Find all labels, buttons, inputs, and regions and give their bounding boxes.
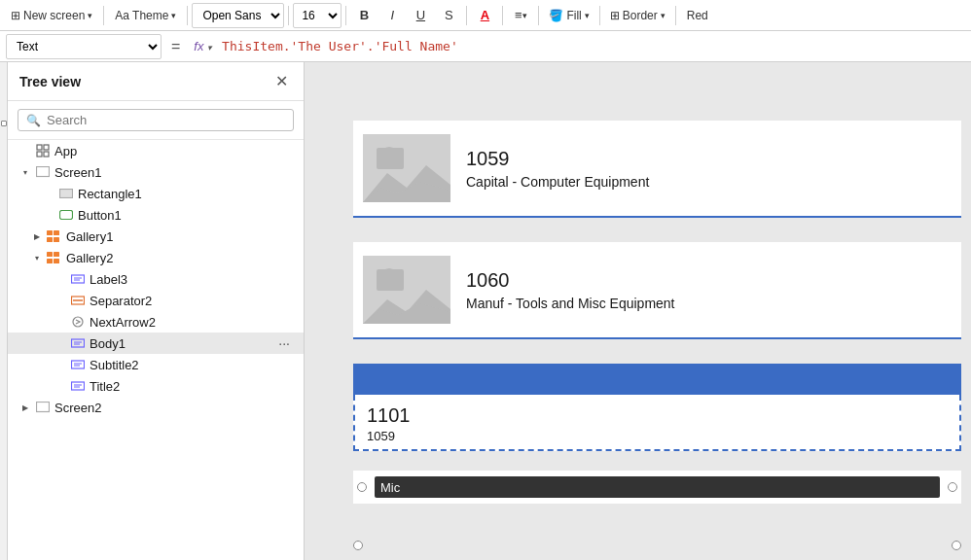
font-size-select[interactable]: 16 <box>293 3 342 28</box>
bottom-left-handle[interactable] <box>353 541 363 550</box>
gallery-item-1[interactable]: 1059 Capital - Computer Equipment <box>353 121 961 218</box>
theme-chevron-icon: ▾ <box>171 11 176 20</box>
svg-rect-14 <box>54 259 59 263</box>
gallery1-label: Gallery1 <box>66 229 292 244</box>
label3-label: Label3 <box>90 272 292 287</box>
new-screen-button[interactable]: ⊞ New screen ▾ <box>4 2 99 29</box>
fill-icon: 🪣 <box>549 9 563 22</box>
text-format-group: B I U S <box>350 3 462 28</box>
body1-menu-icon[interactable]: ··· <box>276 335 292 351</box>
tree-close-button[interactable]: ✕ <box>271 70 292 92</box>
gallery-text-2: 1060 Manuf - Tools and Misc Equipment <box>466 269 675 311</box>
tree-item-subtitle2[interactable]: Subtitle2 <box>8 354 304 375</box>
gallery-focused-item[interactable]: 1101 1059 <box>353 395 961 451</box>
underline-button[interactable]: U <box>407 3 434 28</box>
tree-view-panel: Tree view ✕ 🔍 App ▾ <box>8 62 305 560</box>
tree-header: Tree view ✕ <box>8 62 304 101</box>
text-input-field[interactable]: Mic <box>375 476 940 498</box>
separator-1 <box>103 6 104 25</box>
right-handle[interactable] <box>948 482 957 492</box>
gallery-desc-1: Capital - Computer Equipment <box>466 174 649 190</box>
main-toolbar: ⊞ New screen ▾ Aa Theme ▾ Open Sans 16 B… <box>0 0 971 31</box>
font-color-button[interactable]: A <box>471 3 498 28</box>
svg-rect-4 <box>37 167 50 177</box>
tree-item-body1[interactable]: Body1 ··· <box>8 332 304 354</box>
svg-rect-2 <box>37 152 42 157</box>
separator-8 <box>599 6 600 25</box>
expand-arrow-gallery2: ▾ <box>31 252 43 263</box>
svg-rect-11 <box>47 252 53 257</box>
expand-arrow-body1 <box>54 337 66 349</box>
expand-arrow-sub2 <box>54 359 66 370</box>
tree-item-nextarrow2[interactable]: NextArrow2 <box>8 311 304 332</box>
expand-arrow-next2 <box>54 316 66 328</box>
italic-button[interactable]: I <box>378 3 406 28</box>
tree-item-separator2[interactable]: Separator2 <box>8 290 304 311</box>
strikethrough-button[interactable]: S <box>435 3 462 28</box>
rectangle1-label: Rectangle1 <box>78 187 292 201</box>
resize-handle-row <box>353 541 961 550</box>
formula-input[interactable] <box>222 39 965 53</box>
svg-rect-24 <box>72 361 85 368</box>
body1-label: Body1 <box>90 336 272 351</box>
subtitle2-label: Subtitle2 <box>90 358 292 372</box>
svg-rect-30 <box>37 402 50 412</box>
edge-toggle-button[interactable] <box>1 121 7 126</box>
border-label: Border <box>623 9 658 22</box>
tree-item-screen1[interactable]: ▾ Screen1 <box>8 161 304 183</box>
tree-item-gallery2[interactable]: ▾ Gallery2 <box>8 247 304 268</box>
title2-icon <box>70 378 86 394</box>
gallery-selected-bar <box>353 364 961 395</box>
bottom-right-handle[interactable] <box>952 541 961 550</box>
expand-arrow-screen1: ▾ <box>19 166 31 178</box>
tree-item-gallery1[interactable]: ▶ Gallery1 <box>8 226 304 247</box>
left-handle[interactable] <box>357 482 367 492</box>
canvas-area: 1059 Capital - Computer Equipment 1060 M… <box>305 62 971 560</box>
align-button[interactable]: ≡ ▾ <box>507 3 534 28</box>
svg-point-32 <box>380 147 398 164</box>
bold-button[interactable]: B <box>350 3 378 28</box>
tree-item-screen2[interactable]: ▶ Screen2 <box>8 397 304 418</box>
body1-icon <box>70 335 86 351</box>
tree-content: App ▾ Screen1 Rectangle1 <box>8 140 304 560</box>
fill-chevron-icon: ▾ <box>585 11 590 20</box>
equals-symbol: = <box>167 38 184 55</box>
tree-item-title2[interactable]: Title2 <box>8 375 304 397</box>
gallery2-label: Gallery2 <box>66 251 292 265</box>
border-button[interactable]: ⊞ Border ▾ <box>604 2 671 29</box>
theme-button[interactable]: Aa Theme ▾ <box>108 2 183 29</box>
tree-item-rectangle1[interactable]: Rectangle1 <box>8 183 304 204</box>
property-type-select[interactable]: Text <box>6 34 162 59</box>
tree-item-button1[interactable]: Button1 <box>8 204 304 226</box>
gallery2-icon <box>47 250 62 265</box>
subtitle2-icon <box>70 357 86 372</box>
fill-button[interactable]: 🪣 Fill ▾ <box>543 2 594 29</box>
align-chevron-icon: ▾ <box>522 11 527 20</box>
tree-item-app[interactable]: App <box>8 140 304 161</box>
separator-9 <box>675 6 676 25</box>
font-select[interactable]: Open Sans <box>192 3 284 28</box>
redo-button[interactable]: Red <box>680 2 715 29</box>
gallery-id-2: 1060 <box>466 269 675 292</box>
app-icon <box>35 143 51 158</box>
tree-item-label3[interactable]: Label3 <box>8 268 304 290</box>
expand-arrow-label3 <box>54 273 66 285</box>
screen2-icon <box>35 400 51 415</box>
search-input[interactable] <box>47 113 285 127</box>
theme-icon: Aa <box>115 9 129 22</box>
gallery-item-2[interactable]: 1060 Manuf - Tools and Misc Equipment <box>353 242 961 339</box>
screen2-label: Screen2 <box>54 401 292 415</box>
app-label: App <box>54 144 292 158</box>
svg-rect-7 <box>47 230 53 235</box>
svg-rect-8 <box>54 230 59 235</box>
separator-2 <box>187 6 188 25</box>
gallery-id-1: 1059 <box>466 148 649 170</box>
align-icon: ≡ <box>515 8 522 22</box>
fx-caret-icon: ▾ <box>207 43 212 52</box>
expand-arrow-sep2 <box>54 295 66 306</box>
border-icon: ⊞ <box>610 9 620 22</box>
separator-7 <box>538 6 539 25</box>
gallery-desc-2: Manuf - Tools and Misc Equipment <box>466 296 675 311</box>
svg-rect-1 <box>44 145 49 150</box>
tree-search-container: 🔍 <box>8 101 304 140</box>
